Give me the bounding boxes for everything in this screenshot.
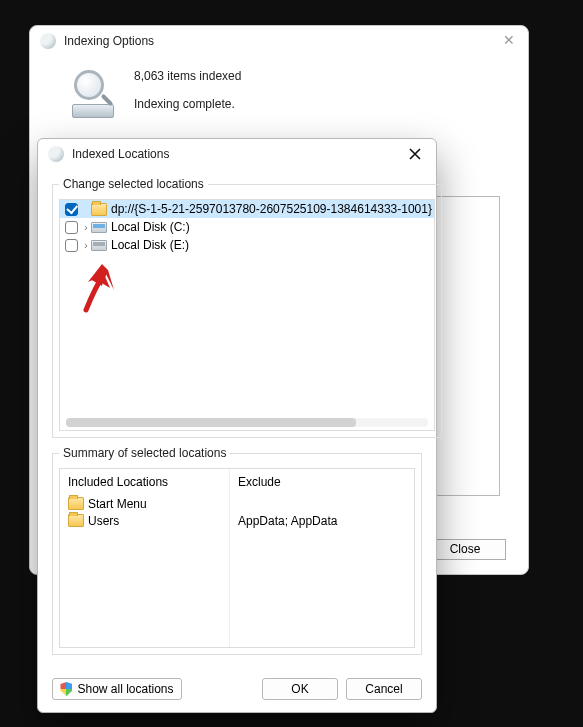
magnifier-drive-icon <box>70 68 120 118</box>
folder-icon <box>68 497 84 510</box>
search-drive-icon <box>48 146 64 162</box>
list-item[interactable]: Users <box>68 512 221 529</box>
show-all-locations-button[interactable]: Show all locations <box>52 678 182 700</box>
tree-checkbox[interactable] <box>65 221 78 234</box>
list-item: AppData; AppData <box>238 512 337 529</box>
tree-row-label: Local Disk (C:) <box>111 220 190 234</box>
tree-row[interactable]: › Local Disk (C:) <box>60 218 434 236</box>
folder-icon <box>91 203 107 216</box>
summary-group: Summary of selected locations Included L… <box>52 446 422 655</box>
indexed-locations-titlebar: Indexed Locations <box>38 139 436 169</box>
indexed-locations-dialog: Indexed Locations Change selected locati… <box>37 138 437 713</box>
list-item[interactable]: Start Menu <box>68 495 221 512</box>
close-icon <box>409 148 421 160</box>
search-drive-icon <box>40 33 56 49</box>
scrollbar-thumb[interactable] <box>66 418 356 427</box>
cancel-button[interactable]: Cancel <box>346 678 422 700</box>
folder-icon <box>68 514 84 527</box>
ok-button[interactable]: OK <box>262 678 338 700</box>
close-icon[interactable]: ✕ <box>500 32 518 50</box>
tree-checkbox[interactable] <box>65 203 78 216</box>
close-button[interactable] <box>404 143 426 165</box>
chevron-right-icon[interactable]: › <box>81 222 91 233</box>
tree-row[interactable]: › Local Disk (E:) <box>60 236 434 254</box>
tree-row-label: dp://{S-1-5-21-2597013780-2607525109-138… <box>111 202 432 216</box>
horizontal-scrollbar[interactable] <box>66 418 428 427</box>
exclude-header: Exclude <box>238 475 337 489</box>
change-locations-legend: Change selected locations <box>59 177 208 191</box>
exclude-label: AppData; AppData <box>238 514 337 528</box>
tree-row-label: Local Disk (E:) <box>111 238 189 252</box>
drive-icon <box>91 240 107 251</box>
indexing-options-title: Indexing Options <box>64 34 154 48</box>
included-header: Included Locations <box>68 475 221 489</box>
drive-icon <box>91 222 107 233</box>
summary-legend: Summary of selected locations <box>59 446 230 460</box>
show-all-label: Show all locations <box>77 682 173 696</box>
locations-tree[interactable]: dp://{S-1-5-21-2597013780-2607525109-138… <box>59 199 435 431</box>
included-label: Start Menu <box>88 497 147 511</box>
summary-table: Included Locations Start Menu Users Excl… <box>59 468 415 648</box>
change-locations-group: Change selected locations dp://{S-1-5-21… <box>52 177 442 438</box>
included-label: Users <box>88 514 119 528</box>
indexed-locations-title: Indexed Locations <box>72 147 169 161</box>
indexing-options-titlebar: Indexing Options ✕ <box>30 26 528 56</box>
tree-row[interactable]: dp://{S-1-5-21-2597013780-2607525109-138… <box>60 200 434 218</box>
chevron-right-icon[interactable]: › <box>81 240 91 251</box>
uac-shield-icon <box>60 682 72 696</box>
indexing-status-text: Indexing complete. <box>134 90 241 118</box>
tree-checkbox[interactable] <box>65 239 78 252</box>
items-indexed-text: 8,063 items indexed <box>134 62 241 90</box>
list-item <box>238 495 337 512</box>
